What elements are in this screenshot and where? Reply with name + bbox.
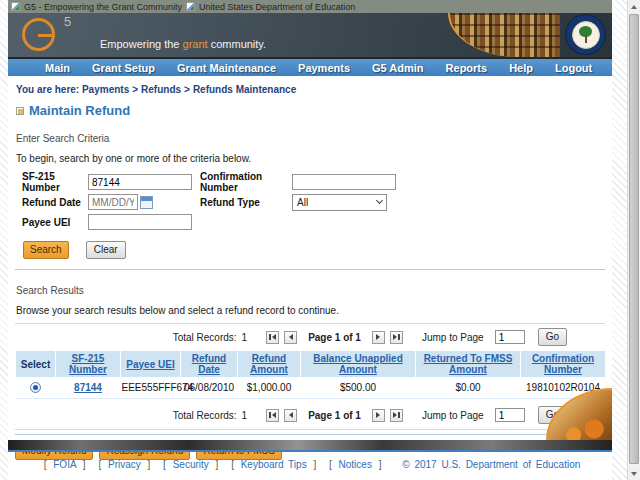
jump-to-page-input[interactable] (495, 330, 525, 344)
column-header-refund-amount[interactable]: Refund Amount (250, 353, 288, 375)
cell-returned-fmss: $0.00 (416, 378, 521, 399)
results-divider (15, 429, 605, 430)
cell-balance-unapplied: $500.00 (301, 378, 416, 399)
bracket: ] (83, 459, 86, 470)
jump-to-page-label: Jump to Page (422, 332, 484, 343)
cell-refund-amount: $1,000.00 (238, 378, 301, 399)
doe-seal-icon (566, 15, 605, 54)
first-page-button[interactable] (266, 409, 279, 422)
nav-item-reports[interactable]: Reports (435, 62, 499, 74)
total-records-label: Total Records: (173, 332, 237, 343)
form-row: SF-215 Number Confirmation Number (22, 172, 612, 192)
total-records-value: 1 (242, 332, 248, 343)
cell-refund-date: 06/08/2010 (181, 378, 238, 399)
form-row: Payee UEI (22, 212, 612, 232)
pagination-bottom: Total Records: 1 Page 1 of 1 Jump to Pag… (15, 406, 605, 424)
section-divider (15, 269, 605, 270)
results-instructions: Browse your search results below and sel… (16, 305, 612, 316)
column-header-returned-fmss[interactable]: Returned To FMSS Amount (424, 353, 513, 375)
next-page-button[interactable] (372, 409, 385, 422)
column-header-confirmation[interactable]: Confirmation Number (532, 353, 594, 375)
tagline: Empowering the grant community. (100, 38, 266, 50)
nav-item-g5-admin[interactable]: G5 Admin (361, 62, 435, 74)
next-page-button[interactable] (372, 331, 385, 344)
bracket: [ (231, 459, 234, 470)
results-table: Select SF-215 Number Payee UEI Refund Da… (15, 350, 606, 399)
sf215-link[interactable]: 87144 (74, 382, 102, 393)
nav-item-payments[interactable]: Payments (287, 62, 361, 74)
content-area: You are here: Payments>Refunds>Refunds M… (8, 84, 612, 480)
breadcrumb-separator: > (132, 84, 138, 95)
window-title-org: United States Department of Education (199, 2, 355, 12)
payee-uei-label: Payee UEI (22, 217, 88, 228)
page-indicator: Page 1 of 1 (308, 332, 361, 343)
select-radio[interactable] (30, 382, 41, 393)
last-page-button[interactable] (390, 409, 403, 422)
vertical-scrollbar[interactable] (627, 0, 640, 480)
footer-link-notices[interactable]: Notices (339, 459, 372, 470)
confirmation-input[interactable] (292, 174, 396, 190)
tagline-grant: grant (183, 38, 208, 50)
results-section-label: Search Results (16, 285, 612, 296)
broken-image-icon (186, 2, 195, 11)
nav-item-help[interactable]: Help (498, 62, 544, 74)
prev-page-button[interactable] (284, 331, 297, 344)
window-title-bar: G5 - Empowering the Grant Community Unit… (8, 0, 612, 13)
refund-type-select[interactable]: All (292, 194, 387, 211)
breadcrumb-separator: > (184, 84, 190, 95)
nav-item-grant-maintenance[interactable]: Grant Maintenance (166, 62, 287, 74)
results-table-header-row: Select SF-215 Number Payee UEI Refund Da… (16, 351, 606, 378)
calendar-icon[interactable] (140, 196, 153, 209)
search-instructions: To begin, search by one or more of the c… (16, 153, 612, 164)
refund-type-selected-value: All (297, 197, 308, 208)
nav-item-logout[interactable]: Logout (544, 62, 603, 74)
column-header-payee-uei[interactable]: Payee UEI (126, 359, 174, 370)
jump-to-page-input[interactable] (495, 408, 525, 422)
bracket: [ (98, 459, 101, 470)
column-header-refund-date[interactable]: Refund Date (192, 353, 226, 375)
scrollbar-down-button[interactable] (628, 467, 640, 480)
scrollbar-up-button[interactable] (628, 0, 640, 13)
bracket: [ (163, 459, 166, 470)
broken-image-icon (11, 2, 20, 11)
column-header-balance-unapplied[interactable]: Balance Unapplied Amount (313, 353, 402, 375)
refund-date-input[interactable] (88, 194, 138, 210)
go-button[interactable]: Go (538, 328, 567, 346)
scrollbar-thumb[interactable] (629, 14, 639, 464)
first-page-button[interactable] (266, 331, 279, 344)
bracket: [ (44, 459, 47, 470)
banner-header: 5 Empowering the grant community. (8, 13, 612, 57)
breadcrumb-prefix: You are here: (16, 84, 79, 95)
tagline-pre: Empowering the (100, 38, 183, 50)
breadcrumb-link-refunds-maintenance[interactable]: Refunds Maintenance (193, 84, 296, 95)
payee-uei-input[interactable] (88, 214, 192, 230)
arrow-up-icon (631, 5, 637, 9)
nav-item-grant-setup[interactable]: Grant Setup (81, 62, 166, 74)
column-header-sf215[interactable]: SF-215 Number (69, 353, 107, 375)
bracket: ] (216, 459, 219, 470)
search-button[interactable]: Search (23, 241, 69, 259)
chevron-down-icon (376, 197, 383, 204)
nav-item-main[interactable]: Main (34, 62, 81, 74)
last-page-button[interactable] (390, 331, 403, 344)
cell-payee-uei: EEE555FFF674 (121, 378, 181, 399)
bracket: ] (313, 459, 316, 470)
sf215-input[interactable] (88, 174, 192, 190)
breadcrumb-link-refunds[interactable]: Refunds (141, 84, 181, 95)
bracket: [ (329, 459, 332, 470)
g5-logo-icon (22, 18, 55, 51)
footer-link-foia[interactable]: FOIA (53, 459, 76, 470)
jump-to-page-label: Jump to Page (422, 410, 484, 421)
refund-type-label: Refund Type (200, 197, 292, 208)
breadcrumb-link-payments[interactable]: Payments (82, 84, 129, 95)
footer-link-privacy[interactable]: Privacy (108, 459, 141, 470)
footer-link-security[interactable]: Security (173, 459, 209, 470)
prev-page-button[interactable] (284, 409, 297, 422)
window-title-app: G5 - Empowering the Grant Community (24, 2, 182, 12)
main-navigation: Main Grant Setup Grant Maintenance Payme… (8, 57, 612, 76)
confirmation-label: Confirmation Number (200, 171, 292, 193)
footer: [ FOIA ] [ Privacy ] [ Security ] [ Keyb… (8, 459, 612, 470)
clear-button[interactable]: Clear (86, 241, 126, 259)
footer-link-keyboard-tips[interactable]: Keyboard Tips (241, 459, 307, 470)
bookshelf-image (448, 13, 560, 57)
